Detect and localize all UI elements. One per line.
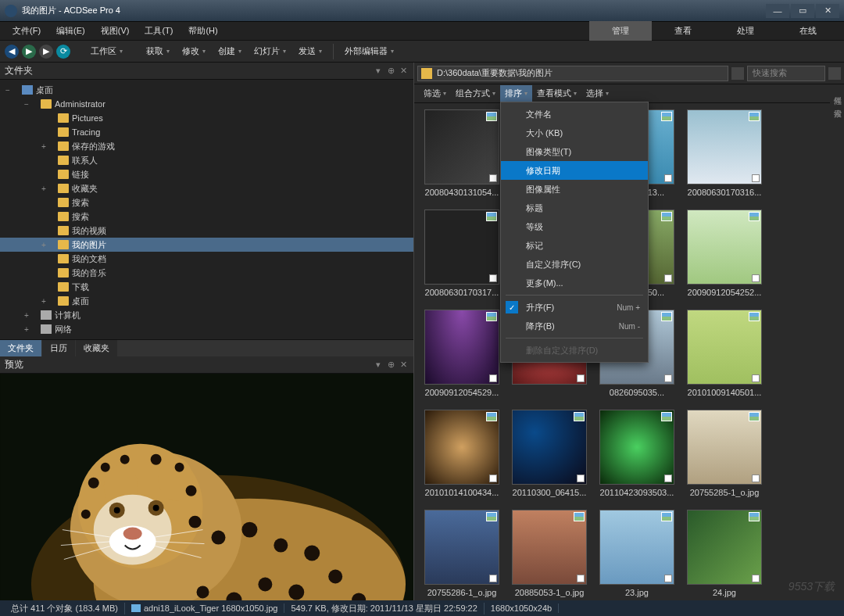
close-button[interactable]: ✕ <box>816 4 839 18</box>
tree-node[interactable]: 链接 <box>0 167 413 181</box>
thumbnail-item[interactable]: 20110423093503... <box>595 410 678 505</box>
folder-tree[interactable]: −桌面−Administrator Pictures Tracing+保存的游戏… <box>0 80 413 339</box>
toolbar-create[interactable]: 创建 <box>212 43 248 59</box>
preview-title: 预览 <box>5 358 371 371</box>
pane-close-icon[interactable]: ✕ <box>398 360 409 370</box>
thumbnail-item[interactable]: 20090912054252... <box>683 210 766 305</box>
tab-calendar[interactable]: 日历 <box>42 340 75 356</box>
tree-node[interactable]: 我的视频 <box>0 224 413 238</box>
menu-file[interactable]: 文件(F) <box>5 23 48 39</box>
sort-size[interactable]: 大小 (KB) <box>501 124 648 142</box>
toolbar-workspace[interactable]: 工作区 <box>84 43 129 59</box>
pane-pin-icon[interactable]: ⊕ <box>385 360 396 370</box>
status-total: 总计 411 个对象 (183.4 MB) <box>5 603 125 614</box>
toolbar-external[interactable]: 外部编辑器 <box>338 43 400 59</box>
tree-node[interactable]: +我的图片 <box>0 238 413 252</box>
thumbnail-item[interactable]: 20885053-1_o.jpg <box>508 510 591 605</box>
svg-point-12 <box>114 507 120 514</box>
tab-folders[interactable]: 文件夹 <box>0 340 41 356</box>
tree-node[interactable]: Pictures <box>0 111 413 125</box>
sort-tag[interactable]: 标记 <box>501 236 648 255</box>
tree-node[interactable]: +收藏夹 <box>0 181 413 195</box>
sort-filename[interactable]: 文件名 <box>501 105 648 124</box>
nav-forward-icon[interactable]: ▶ <box>22 45 36 59</box>
filter-select[interactable]: 选择 <box>581 85 613 102</box>
address-dropdown-icon[interactable] <box>731 67 744 80</box>
filter-view[interactable]: 查看模式 <box>532 85 581 102</box>
tree-node[interactable]: 联系人 <box>0 153 413 167</box>
tree-node[interactable]: +网络 <box>0 322 413 336</box>
thumbnail-item[interactable]: 20101014100434... <box>420 410 503 505</box>
nav-home-icon[interactable]: ⟳ <box>56 45 70 59</box>
sort-descending[interactable]: 降序(B)Num - <box>501 317 648 335</box>
tab-favorites[interactable]: 收藏夹 <box>76 340 117 356</box>
menu-view[interactable]: 视图(V) <box>93 23 138 39</box>
svg-point-15 <box>101 463 110 472</box>
sort-attributes[interactable]: 图像属性 <box>501 180 648 199</box>
thumbnail-item[interactable]: 20080630170317... <box>420 210 503 305</box>
image-icon <box>131 604 141 612</box>
title-bar: 我的图片 - ACDSee Pro 4 — ▭ ✕ <box>0 0 844 22</box>
nav-up-icon[interactable]: ▶ <box>39 45 53 59</box>
menu-tools[interactable]: 工具(T) <box>137 23 181 39</box>
tree-node[interactable]: 我的音乐 <box>0 266 413 280</box>
toolbar-slide[interactable]: 幻灯片 <box>248 43 292 59</box>
sort-ascending[interactable]: ✓ 升序(F)Num + <box>501 298 648 317</box>
tree-node[interactable]: −桌面 <box>0 83 413 97</box>
filter-group[interactable]: 组合方式 <box>451 85 500 102</box>
thumbnail-item[interactable]: 20101009140501... <box>683 310 766 405</box>
tree-node[interactable]: 我的文档 <box>0 252 413 266</box>
sort-type[interactable]: 图像类型(T) <box>501 142 648 161</box>
mode-online[interactable]: 在线 <box>777 21 839 41</box>
menu-help[interactable]: 帮助(H) <box>181 23 225 39</box>
sort-custom[interactable]: 自定义排序(C) <box>501 255 648 274</box>
sort-more[interactable]: 更多(M)... <box>501 274 648 292</box>
tree-node[interactable]: −Administrator <box>0 97 413 111</box>
toolbar-send[interactable]: 发送 <box>292 43 328 59</box>
filter-sort[interactable]: 排序 <box>500 85 532 102</box>
menu-bar: 文件(F) 编辑(E) 视图(V) 工具(T) 帮助(H) 管理 查看 处理 在… <box>0 22 844 41</box>
tree-node[interactable]: +保存的游戏 <box>0 139 413 153</box>
tree-node[interactable]: +桌面 <box>0 294 413 308</box>
toolbar-get[interactable]: 获取 <box>140 43 176 59</box>
toolbar-modify[interactable]: 修改 <box>176 43 212 59</box>
search-dropdown-icon[interactable] <box>828 67 841 80</box>
thumbnail-item[interactable]: 20080430131054... <box>420 109 503 205</box>
tree-node[interactable]: 下载 <box>0 280 413 294</box>
tree-node[interactable]: 搜索 <box>0 210 413 224</box>
folders-title: 文件夹 <box>5 64 371 77</box>
svg-point-14 <box>88 478 99 489</box>
nav-back-icon[interactable]: ◀ <box>5 45 19 59</box>
sort-rating[interactable]: 等级 <box>501 217 648 236</box>
thumbnail-item[interactable]: 20080630170316... <box>683 109 766 205</box>
address-input[interactable]: D:\360data\重要数据\我的图片 <box>417 66 728 81</box>
thumbnail-item[interactable]: 20755286-1_o.jpg <box>420 510 503 605</box>
svg-point-26 <box>328 570 342 584</box>
preview-image <box>0 374 413 616</box>
thumbnail-item[interactable]: 20110300_06415... <box>508 410 591 505</box>
filter-filter[interactable]: 筛选 <box>419 85 451 102</box>
pane-close-icon[interactable]: ✕ <box>398 66 409 76</box>
tree-node[interactable]: +计算机 <box>0 308 413 322</box>
search-input[interactable]: 快速搜索 <box>747 66 825 81</box>
mode-manage[interactable]: 管理 <box>589 21 652 41</box>
thumbnail-item[interactable]: 20090912054529... <box>420 310 503 405</box>
svg-point-9 <box>123 528 142 540</box>
sort-modified-date[interactable]: 修改日期 <box>501 161 648 180</box>
pane-menu-icon[interactable]: ▾ <box>373 66 384 76</box>
mode-view[interactable]: 查看 <box>652 21 714 41</box>
svg-point-18 <box>175 463 184 472</box>
pane-pin-icon[interactable]: ⊕ <box>385 66 396 76</box>
mode-process[interactable]: 处理 <box>714 21 777 41</box>
tree-node[interactable]: Tracing <box>0 125 413 139</box>
pane-menu-icon[interactable]: ▾ <box>373 360 384 370</box>
tree-node[interactable]: 搜索 <box>0 195 413 210</box>
minimize-button[interactable]: — <box>766 4 789 18</box>
maximize-button[interactable]: ▭ <box>791 4 814 18</box>
svg-point-19 <box>186 485 197 496</box>
thumbnail-item[interactable]: 20755285-1_o.jpg <box>683 410 766 505</box>
thumbnail-item[interactable]: 23.jpg <box>595 510 678 605</box>
sort-title[interactable]: 标题 <box>501 199 648 217</box>
thumbnail-item[interactable]: 24.jpg <box>683 510 766 605</box>
menu-edit[interactable]: 编辑(E) <box>48 23 93 39</box>
